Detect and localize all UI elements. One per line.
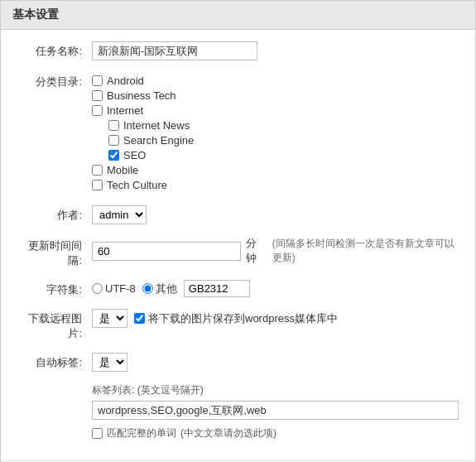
autotag-row: 自动标签: 是 否 bbox=[17, 353, 459, 372]
download-save-text: 将下载的图片保存到wordpress媒体库中 bbox=[148, 311, 338, 326]
match-whole-text: 匹配完整的单词 bbox=[107, 426, 176, 440]
tags-row: 标签列表: (英文逗号隔开) bbox=[92, 383, 459, 420]
category-row: 分类目录: Android Business Tech Internet bbox=[17, 72, 459, 194]
charset-utf8-radio[interactable] bbox=[92, 283, 103, 294]
list-item: Android bbox=[92, 75, 459, 87]
list-item: Mobile bbox=[92, 164, 459, 176]
download-control: 是 否 将下载的图片保存到wordpress媒体库中 bbox=[92, 309, 459, 328]
task-name-row: 任务名称: bbox=[17, 41, 459, 60]
footer-divider bbox=[1, 460, 475, 461]
download-select[interactable]: 是 否 bbox=[92, 309, 127, 328]
cat-biztech-label[interactable]: Business Tech bbox=[107, 89, 176, 102]
list-item: Business Tech bbox=[92, 89, 459, 102]
charset-text-input[interactable] bbox=[184, 280, 250, 297]
category-control: Android Business Tech Internet Internet … bbox=[92, 72, 459, 194]
charset-utf8-text: UTF-8 bbox=[105, 282, 136, 295]
main-container: 基本设置 任务名称: 分类目录: Android Business T bbox=[0, 0, 476, 462]
author-label: 作者: bbox=[17, 205, 92, 223]
cat-searchengine-checkbox[interactable] bbox=[108, 135, 119, 146]
interval-control: 分钟 (间隔多长时间检测一次是否有新文章可以更新) bbox=[92, 236, 459, 266]
interval-unit: 分钟 bbox=[246, 236, 266, 266]
tags-input[interactable] bbox=[92, 401, 459, 420]
task-name-control bbox=[92, 41, 459, 60]
download-label: 下载远程图片: bbox=[17, 309, 92, 341]
cat-mobile-checkbox[interactable] bbox=[92, 165, 103, 176]
autotag-label: 自动标签: bbox=[17, 353, 92, 370]
cat-internetnews-checkbox[interactable] bbox=[108, 120, 119, 131]
cat-techculture-label[interactable]: Tech Culture bbox=[107, 179, 167, 191]
cat-android-label[interactable]: Android bbox=[107, 75, 144, 87]
match-whole-note: (中文文章请勿选此项) bbox=[180, 426, 276, 440]
list-item: SEO bbox=[108, 149, 459, 161]
list-item: Search Engine bbox=[108, 134, 459, 147]
match-whole-label[interactable]: 匹配完整的单词 (中文文章请勿选此项) bbox=[92, 426, 459, 440]
task-name-label: 任务名称: bbox=[17, 41, 92, 59]
charset-control: UTF-8 其他 bbox=[92, 280, 459, 297]
tags-list-label: 标签列表: (英文逗号隔开) bbox=[92, 383, 459, 397]
autotag-select[interactable]: 是 否 bbox=[92, 353, 127, 372]
cat-seo-checkbox[interactable] bbox=[108, 150, 119, 161]
cat-internet-checkbox[interactable] bbox=[92, 105, 103, 116]
author-row: 作者: admin bbox=[17, 205, 459, 224]
interval-row: 更新时间间隔: 分钟 (间隔多长时间检测一次是否有新文章可以更新) bbox=[17, 236, 459, 268]
match-whole-checkbox[interactable] bbox=[92, 428, 103, 439]
cat-mobile-label[interactable]: Mobile bbox=[107, 164, 138, 176]
download-save-label[interactable]: 将下载的图片保存到wordpress媒体库中 bbox=[134, 311, 338, 326]
list-item: Internet bbox=[92, 104, 459, 117]
task-name-input[interactable] bbox=[92, 41, 257, 60]
interval-label: 更新时间间隔: bbox=[17, 236, 92, 268]
cat-biztech-checkbox[interactable] bbox=[92, 90, 103, 101]
download-row: 下载远程图片: 是 否 将下载的图片保存到wordpress媒体库中 bbox=[17, 309, 459, 341]
download-save-checkbox[interactable] bbox=[134, 313, 145, 324]
charset-utf8-label[interactable]: UTF-8 bbox=[92, 282, 136, 295]
form-body: 任务名称: 分类目录: Android Business Tech bbox=[1, 30, 475, 452]
author-control: admin bbox=[92, 205, 459, 224]
list-item: Tech Culture bbox=[92, 179, 459, 191]
charset-row: 字符集: UTF-8 其他 bbox=[17, 280, 459, 297]
interval-input[interactable] bbox=[92, 242, 241, 261]
list-item: Internet News bbox=[108, 119, 459, 132]
category-tree: Android Business Tech Internet Internet … bbox=[92, 75, 459, 191]
sub-category-tree: Internet News Search Engine SEO bbox=[108, 119, 459, 161]
charset-other-radio[interactable] bbox=[142, 283, 153, 294]
cat-internetnews-label[interactable]: Internet News bbox=[123, 119, 190, 132]
cat-seo-label[interactable]: SEO bbox=[123, 149, 146, 161]
interval-note: (间隔多长时间检测一次是否有新文章可以更新) bbox=[272, 237, 459, 265]
tags-section: 标签列表: (英文逗号隔开) bbox=[92, 383, 459, 420]
section-title: 基本设置 bbox=[1, 1, 475, 30]
charset-other-label[interactable]: 其他 bbox=[142, 282, 177, 296]
cat-techculture-checkbox[interactable] bbox=[92, 180, 103, 190]
charset-other-text: 其他 bbox=[156, 282, 177, 296]
cat-searchengine-label[interactable]: Search Engine bbox=[123, 134, 194, 147]
match-whole-container: 匹配完整的单词 (中文文章请勿选此项) bbox=[92, 426, 459, 440]
category-label: 分类目录: bbox=[17, 72, 92, 89]
charset-label: 字符集: bbox=[17, 280, 92, 297]
cat-android-checkbox[interactable] bbox=[92, 75, 103, 86]
cat-internet-label[interactable]: Internet bbox=[107, 104, 143, 117]
author-select[interactable]: admin bbox=[92, 205, 147, 224]
autotag-control: 是 否 bbox=[92, 353, 459, 372]
